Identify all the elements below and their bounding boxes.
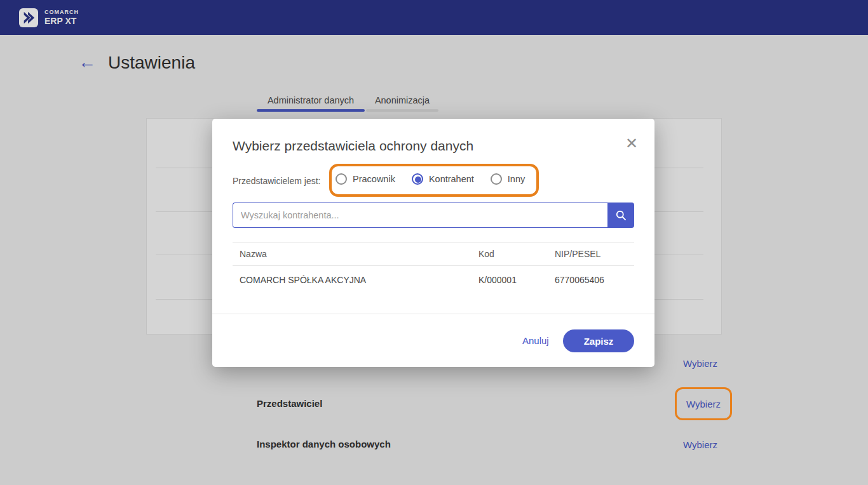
radio-label: Pracownik (353, 174, 395, 184)
save-button[interactable]: Zapisz (563, 329, 634, 352)
col-header-nip: NIP/PESEL (555, 249, 600, 259)
search-input[interactable] (233, 203, 607, 228)
search-button[interactable] (607, 203, 634, 228)
choose-representative-dialog: Wybierz przedstawiciela ochrony danych ✕… (212, 119, 654, 367)
cancel-button[interactable]: Anuluj (522, 335, 549, 346)
dialog-title: Wybierz przedstawiciela ochrony danych (233, 138, 473, 154)
radio-circle-icon[interactable] (336, 173, 347, 185)
radio-label: Inny (508, 174, 525, 184)
radio-pracownik[interactable]: Pracownik (336, 173, 395, 185)
table-row-cell-nip[interactable]: 6770065406 (555, 275, 604, 285)
col-header-nazwa: Nazwa (240, 249, 267, 259)
radio-circle-icon[interactable] (491, 173, 502, 185)
footer-divider (212, 314, 654, 314)
radio-inny[interactable]: Inny (491, 173, 525, 185)
table-top-divider (233, 242, 634, 242)
table-header-divider (233, 265, 634, 266)
close-icon[interactable]: ✕ (625, 135, 638, 152)
table-row-cell-nazwa[interactable]: COMARCH SPÓŁKA AKCYJNA (240, 275, 366, 285)
search-icon (614, 209, 627, 222)
radio-kontrahent[interactable]: Kontrahent (412, 173, 474, 185)
radio-circle-icon[interactable] (412, 173, 423, 185)
table-row-cell-kod[interactable]: K/000001 (478, 275, 517, 285)
radio-label: Kontrahent (429, 174, 474, 184)
col-header-kod: Kod (478, 249, 494, 259)
representative-field-label: Przedstawicielem jest: (233, 176, 321, 186)
representative-radio-group: Pracownik Kontrahent Inny (336, 173, 525, 185)
